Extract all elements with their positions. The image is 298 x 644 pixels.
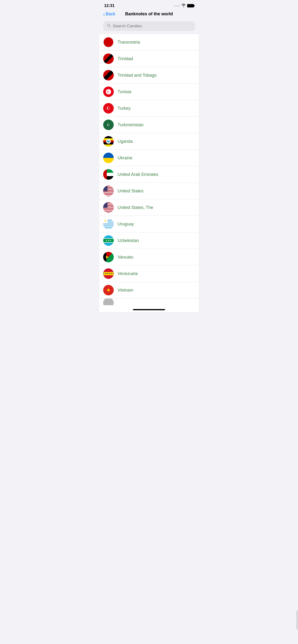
flag-icon [103,70,114,80]
flag-icon: ✦✦✦ [103,235,114,246]
country-name: Trinidad and Tobago [117,73,157,78]
star-icon: ★ [106,287,111,293]
list-item[interactable]: ★ Vietnam [99,282,199,298]
nav-bar: ‹ Back Banknotes of the world [99,10,199,20]
list-item[interactable]: United States [99,183,199,199]
list-item[interactable]: ✦✦✦ Uzbekistan [99,232,199,249]
country-name: United Arab Emirates [117,172,158,177]
back-button[interactable]: ‹ Back [103,12,115,16]
list-item[interactable]: ☪ Turkey [99,100,199,117]
status-time: 12:31 [104,3,114,8]
flag-icon: ★★★★★★★★ [103,268,114,279]
list-item[interactable]: United States, The [99,199,199,216]
flag-icon: ☪ [103,86,114,97]
country-name: Turkmenistan [117,122,143,128]
country-name: Transnistria [117,40,140,45]
country-list: Transnistria Trinidad Trinidad and Tobag… [99,34,199,305]
flag-icon [103,54,114,64]
flag-icon [103,37,114,48]
list-item[interactable]: ★★★★★★★★ Venezuela [99,266,199,282]
back-label: Back [106,12,115,16]
flag-icon [103,152,114,163]
country-name: Vietnam [117,288,133,293]
list-item[interactable]: Trinidad and Tobago [99,67,199,84]
flag-icon: ☀ [103,219,114,229]
status-icons [174,4,194,8]
list-item[interactable] [99,298,199,305]
flag-icon: 🐦 [103,136,114,146]
country-name: United States [117,188,143,194]
country-name: Turkey [117,106,130,111]
search-container [99,20,199,34]
svg-line-1 [110,26,111,27]
country-name: Uruguay [117,222,134,227]
country-name: Uganda [117,139,133,144]
list-item[interactable]: Transnistria [99,34,199,50]
list-item[interactable]: Trinidad [99,50,199,67]
flag-icon [103,169,114,180]
flag-icon: ★ [103,285,114,296]
country-name: Venezuela [117,271,138,276]
country-name: Ukraine [117,156,132,160]
back-chevron-icon: ‹ [103,12,105,16]
country-name: Tunisia [117,89,131,94]
flag-icon [103,252,114,262]
battery-icon [187,4,194,8]
list-item[interactable]: ☪ Tunisia [99,84,199,100]
list-item[interactable]: Ukraine [99,150,199,166]
wifi-icon [181,4,186,8]
list-item[interactable]: ☀ Uruguay [99,216,199,232]
list-item[interactable]: Vanuatu [99,249,199,266]
home-indicator [99,305,199,312]
search-input[interactable] [113,24,191,28]
search-bar[interactable] [103,21,195,31]
flag-icon [103,298,114,305]
signal-icon [174,5,180,6]
page-title: Banknotes of the world [125,12,173,16]
flag-icon: ☪ [103,103,114,114]
country-name: United States, The [117,205,153,210]
flag-icon [103,186,114,196]
list-item[interactable]: 🐦 Uganda [99,133,199,150]
search-icon [107,24,111,28]
country-name: Uzbekistan [117,238,139,243]
status-bar: 12:31 [99,0,199,10]
country-name: Vanuatu [117,255,133,260]
home-bar [133,309,165,310]
list-item[interactable]: United Arab Emirates [99,166,199,183]
country-name: Trinidad [117,56,133,61]
list-item[interactable]: ☪ Turkmenistan [99,117,199,133]
flag-icon: ☪ [103,120,114,130]
flag-icon [103,202,114,213]
